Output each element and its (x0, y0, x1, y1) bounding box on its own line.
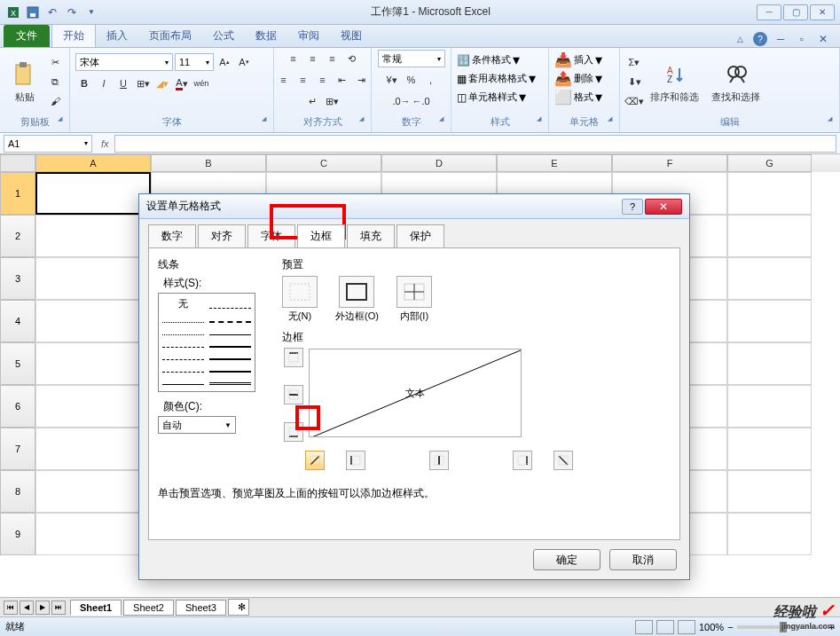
inc-decimal-icon[interactable]: .0→ (393, 92, 411, 110)
clear-icon[interactable]: ⌫▾ (625, 92, 643, 110)
qat-dropdown-icon[interactable]: ▼ (83, 4, 99, 20)
view-normal-icon[interactable] (635, 620, 653, 634)
tab-formulas[interactable]: 公式 (202, 25, 245, 47)
minimize-button[interactable]: ─ (757, 4, 781, 20)
align-bot-icon[interactable]: ≡ (324, 50, 341, 67)
cell-A9[interactable] (35, 513, 151, 555)
orientation-icon[interactable]: ⟲ (343, 50, 361, 67)
row-header-8[interactable]: 8 (0, 470, 35, 513)
find-select-button[interactable]: 查找和选择 (706, 59, 765, 106)
line-style-list[interactable]: 无 (158, 293, 255, 392)
undo-icon[interactable]: ↶ (44, 4, 60, 20)
minimize-ribbon-icon[interactable]: △ (732, 31, 748, 47)
cell-G1[interactable] (727, 172, 812, 215)
cell-styles-button[interactable]: ◫单元格样式▾ (457, 89, 526, 106)
fill-color-button[interactable]: ◢▾ (153, 75, 171, 92)
sheet-tab-1[interactable]: Sheet1 (70, 600, 122, 616)
line-color-combo[interactable]: 自动▼ (158, 416, 236, 434)
tab-review[interactable]: 审阅 (287, 25, 330, 47)
fill-icon[interactable]: ⬇▾ (625, 73, 643, 90)
cell-A6[interactable] (35, 385, 151, 428)
cell-A8[interactable] (35, 470, 151, 513)
sheet-nav-prev[interactable]: ◀ (20, 601, 34, 615)
doc-min-icon[interactable]: ─ (773, 31, 789, 47)
cell-G2[interactable] (727, 215, 812, 257)
underline-button[interactable]: U (114, 75, 132, 92)
align-center-icon[interactable]: ≡ (294, 71, 312, 89)
dlg-tab-number[interactable]: 数字 (148, 224, 196, 247)
line-style-none[interactable]: 无 (162, 297, 204, 310)
border-preview[interactable]: 文本 (309, 349, 522, 437)
sheet-nav-last[interactable]: ⏭ (51, 601, 66, 615)
select-all-corner[interactable] (0, 154, 35, 172)
align-right-icon[interactable]: ≡ (314, 71, 332, 89)
cell-G4[interactable] (727, 300, 812, 342)
dlg-tab-protect[interactable]: 保护 (396, 224, 444, 247)
border-diag-down-button[interactable] (553, 451, 573, 470)
dialog-help-button[interactable]: ? (622, 199, 643, 215)
cell-G6[interactable] (727, 385, 812, 428)
tab-file[interactable]: 文件 (4, 25, 50, 47)
col-header-D[interactable]: D (381, 154, 497, 172)
view-layout-icon[interactable] (656, 620, 674, 634)
col-header-A[interactable]: A (35, 154, 151, 172)
dlg-tab-align[interactable]: 对齐 (198, 224, 246, 247)
border-bottom-button[interactable] (284, 422, 303, 442)
tab-home[interactable]: 开始 (51, 24, 96, 47)
border-diag-up-button[interactable] (305, 451, 325, 470)
border-right-button[interactable] (513, 451, 532, 470)
col-header-C[interactable]: C (266, 154, 381, 172)
row-header-4[interactable]: 4 (0, 300, 35, 342)
redo-icon[interactable]: ↷ (64, 4, 80, 20)
currency-icon[interactable]: ¥▾ (383, 71, 401, 89)
doc-restore-icon[interactable]: ▫ (794, 31, 810, 47)
italic-button[interactable]: I (95, 75, 113, 92)
row-header-9[interactable]: 9 (0, 513, 35, 555)
cell-A2[interactable] (35, 215, 151, 257)
sheet-nav-first[interactable]: ⏮ (4, 601, 18, 615)
name-box[interactable]: A1▾ (4, 135, 92, 153)
border-left-button[interactable] (346, 451, 365, 470)
sheet-nav-next[interactable]: ▶ (35, 601, 50, 615)
dialog-close-button[interactable]: ✕ (645, 199, 682, 215)
tab-insert[interactable]: 插入 (96, 25, 138, 47)
cell-A5[interactable] (35, 342, 151, 385)
decrease-font-icon[interactable]: A▾ (235, 53, 253, 71)
phonetic-button[interactable]: wén (192, 75, 210, 92)
format-painter-icon[interactable]: 🖌 (46, 92, 64, 110)
cell-G8[interactable] (727, 470, 812, 513)
table-format-button[interactable]: ▦套用表格格式▾ (457, 70, 536, 87)
insert-cells-button[interactable]: 📥插入▾ (554, 51, 602, 68)
tab-layout[interactable]: 页面布局 (138, 25, 202, 47)
cell-G7[interactable] (727, 428, 812, 470)
row-header-5[interactable]: 5 (0, 342, 35, 385)
dlg-tab-fill[interactable]: 填充 (347, 224, 395, 247)
font-color-button[interactable]: A▾ (173, 75, 191, 92)
cell-A3[interactable] (35, 257, 151, 300)
border-vmid-button[interactable] (429, 451, 449, 470)
formula-input[interactable] (114, 135, 836, 153)
border-button[interactable]: ⊞▾ (134, 75, 152, 92)
wrap-text-icon[interactable]: ↵ (304, 92, 322, 110)
autosum-icon[interactable]: Σ▾ (625, 53, 643, 71)
row-header-3[interactable]: 3 (0, 257, 35, 300)
tab-data[interactable]: 数据 (245, 25, 287, 47)
format-cells-button[interactable]: ⬜格式▾ (554, 89, 602, 106)
help-icon[interactable]: ? (753, 32, 767, 46)
bold-button[interactable]: B (75, 75, 93, 92)
increase-font-icon[interactable]: A▴ (216, 53, 233, 71)
preset-inside-button[interactable]: 内部(I) (396, 276, 432, 323)
copy-icon[interactable]: ⧉ (46, 73, 64, 90)
cell-A1[interactable] (35, 172, 151, 215)
cell-G9[interactable] (727, 513, 812, 555)
comma-icon[interactable]: , (422, 71, 440, 89)
border-top-button[interactable] (284, 348, 303, 367)
row-header-7[interactable]: 7 (0, 428, 35, 470)
align-left-icon[interactable]: ≡ (275, 71, 293, 89)
cell-G5[interactable] (727, 342, 812, 385)
dlg-tab-border[interactable]: 边框 (297, 224, 345, 247)
sheet-tab-2[interactable]: Sheet2 (123, 600, 174, 616)
number-format-combo[interactable]: 常规▾ (378, 50, 445, 67)
cell-G3[interactable] (727, 257, 812, 300)
dlg-tab-font[interactable]: 字体 (247, 224, 295, 247)
